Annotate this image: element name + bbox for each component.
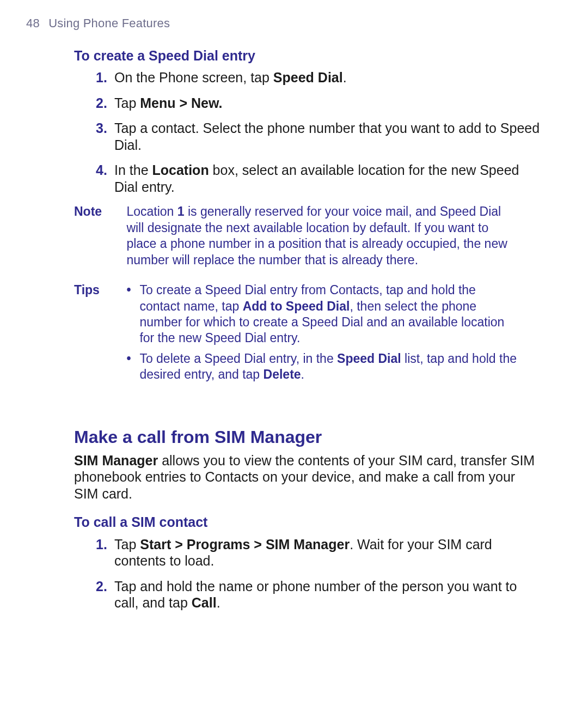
- step-text: Tap a contact. Select the phone number t…: [114, 120, 540, 153]
- step-number: 3.: [96, 120, 107, 137]
- step-item: 3. Tap a contact. Select the phone numbe…: [96, 120, 540, 153]
- step-number: 1.: [96, 536, 107, 553]
- step-text: Tap Menu > New.: [114, 95, 222, 111]
- step-item: 4. In the Location box, select an availa…: [96, 162, 540, 195]
- speed-dial-steps: 1. On the Phone screen, tap Speed Dial. …: [96, 69, 540, 195]
- step-item: 2. Tap and hold the name or phone number…: [96, 578, 540, 611]
- step-number: 4.: [96, 162, 107, 179]
- step-number: 1.: [96, 69, 107, 86]
- sim-steps: 1. Tap Start > Programs > SIM Manager. W…: [96, 536, 540, 611]
- step-item: 1. Tap Start > Programs > SIM Manager. W…: [96, 536, 540, 569]
- step-number: 2.: [96, 95, 107, 112]
- step-item: 2. Tap Menu > New.: [96, 95, 540, 112]
- step-text: In the Location box, select an available…: [114, 162, 519, 195]
- sim-heading: Make a call from SIM Manager: [74, 427, 540, 448]
- tip-item: To delete a Speed Dial entry, in the Spe…: [126, 351, 518, 383]
- step-text: Tap Start > Programs > SIM Manager. Wait…: [114, 537, 492, 569]
- sim-subhead: To call a SIM contact: [74, 514, 540, 531]
- page-number: 48: [26, 16, 40, 30]
- speed-dial-heading: To create a Speed Dial entry: [74, 47, 540, 64]
- running-header: 48 Using Phone Features: [26, 16, 562, 31]
- tips-label: Tips: [74, 282, 123, 298]
- note-label: Note: [74, 204, 123, 220]
- step-text: Tap and hold the name or phone number of…: [114, 579, 517, 611]
- step-item: 1. On the Phone screen, tap Speed Dial.: [96, 69, 540, 86]
- tips-block: Tips To create a Speed Dial entry from C…: [74, 282, 540, 387]
- tip-item: To create a Speed Dial entry from Contac…: [126, 282, 518, 347]
- tips-list: To create a Speed Dial entry from Contac…: [126, 282, 518, 387]
- note-block: Note Location 1 is generally reserved fo…: [74, 204, 540, 268]
- step-number: 2.: [96, 578, 107, 595]
- note-text: Location 1 is generally reserved for you…: [126, 204, 518, 268]
- page-root: 48 Using Phone Features To create a Spee…: [0, 0, 588, 611]
- step-text: On the Phone screen, tap Speed Dial.: [114, 70, 347, 85]
- content-column: To create a Speed Dial entry 1. On the P…: [74, 47, 540, 611]
- sim-intro: SIM Manager allows you to view the conte…: [74, 452, 540, 502]
- chapter-title: Using Phone Features: [48, 16, 170, 30]
